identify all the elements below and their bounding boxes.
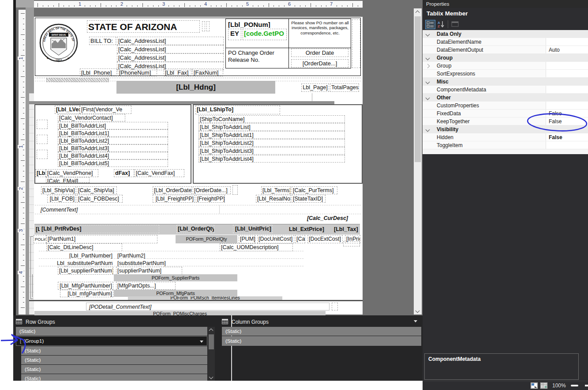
sort-alphabetical-icon[interactable]: AZ <box>436 20 446 29</box>
field-shipvia[interactable]: [Calc_ShipVia] <box>77 186 117 194</box>
field-partnum1[interactable]: [PartNum1] <box>46 235 157 243</box>
field-vendor-label[interactable]: [Lbl_LVend <box>55 106 80 114</box>
row-group-group1[interactable]: [(Group1) <box>16 336 207 346</box>
field-dtlinedesc[interactable]: [Calc_DtLineDesc] <box>46 243 122 251</box>
field-shipto-addr[interactable]: [Lbl_ShipToAddrList] <box>198 123 345 131</box>
field-empty-box-1[interactable] <box>37 120 48 129</box>
zoom-level[interactable]: 100% <box>552 382 566 389</box>
field-statetaxid[interactable]: [StateTaxID] <box>292 195 326 203</box>
field-sliver-2[interactable] <box>206 21 210 31</box>
field-freightpp-label[interactable]: [Lbl_FreightPP] <box>153 195 195 203</box>
field-vendor-contact[interactable]: [Calc_VendorContact] <box>58 114 125 121</box>
field-vend-fax[interactable]: [Calc_VendFax] <box>135 169 184 177</box>
field-orderdate-label[interactable]: [Lbl_OrderDate] <box>153 186 192 194</box>
field-shipto-conname[interactable]: [ShipToConName] <box>198 115 345 123</box>
hatched-handle[interactable] <box>46 78 109 82</box>
field-freightpp[interactable]: [FreightPP] <box>196 195 225 203</box>
field-supplier-label[interactable]: [Lbl_supplierPartNum] <box>58 267 113 275</box>
column-groups-dropdown-icon[interactable] <box>414 320 417 322</box>
field-billto-addr5[interactable]: [Lbl_BillToAddrList5] <box>58 159 168 167</box>
colhdr-unitpric[interactable]: [Lbl_UnitPric] <box>233 225 273 233</box>
field-po-key[interactable]: EY <box>228 29 241 40</box>
field-terms-label[interactable]: [Lbl_Terms] <box>261 186 291 194</box>
column-group-static-2[interactable]: (Static) <box>222 336 421 346</box>
field-docunitcost[interactable]: [DocUnitCost] <box>257 235 294 243</box>
field-resalno-label[interactable]: [Lbl_ResalNo] <box>256 195 291 203</box>
field-billto-addr2[interactable]: [Lbl_BillToAddrList2] <box>58 137 168 144</box>
band-porelqty[interactable]: POForm_PORelQty <box>176 235 237 243</box>
field-address-list-1[interactable]: [Calc_AddressList] <box>117 37 224 45</box>
properties-panel-title[interactable]: Properties <box>423 0 588 8</box>
arizona-state-seal[interactable]: GREAT SEAL OF THE STATE OF ARIZONA DITAT… <box>39 19 79 65</box>
field-po-num-label[interactable]: [Lbl_PONum] <box>227 20 276 28</box>
field-mfgpartopts[interactable]: [MfgPartOpts...] <box>116 282 176 290</box>
field-purterms[interactable]: [Calc_PurTerms] <box>292 186 337 194</box>
field-po-note[interactable]: Please show PO number on all invoices, m… <box>290 19 350 47</box>
field-state-of-arizona-title[interactable]: STATE OF ARIZONA <box>87 20 200 33</box>
field-order-date[interactable]: [OrderDate...] <box>291 59 348 68</box>
column-group-static-1[interactable]: (Static) <box>222 327 421 336</box>
field-small-box[interactable] <box>232 185 238 195</box>
field-sliver-1[interactable] <box>202 21 205 31</box>
field-empty-box-3[interactable] <box>37 150 48 159</box>
field-mfgpartnum-label[interactable]: [Lbl_mfgPartNum] <box>60 290 113 297</box>
field-vend-phone[interactable]: [Calc_VendPhone] <box>46 169 98 177</box>
scrollbar-thumb[interactable] <box>415 16 421 162</box>
field-heading-band[interactable]: [Lbl_Hdng] <box>116 81 275 94</box>
row-groups-scrollbar[interactable] <box>208 327 215 381</box>
colhdr-prtrvdes[interactable]: [Lbl_PrtRvDes] <box>40 225 159 233</box>
property-row-customproperties[interactable]: CustomProperties <box>423 102 588 110</box>
field-small-box-2[interactable] <box>332 303 338 310</box>
field-mfgpartnumber-label[interactable]: [Lbl_MfgPartNumber] <box>58 282 113 290</box>
field-phone-label[interactable]: [Lbl_Phone] <box>80 68 117 76</box>
field-po-change-order[interactable]: PO Change Order Release No. <box>227 49 285 64</box>
field-fax-num[interactable]: [FaxNum] <box>192 68 223 76</box>
property-row-componentmetadata[interactable]: ComponentMetadata <box>423 86 588 94</box>
field-shipto-label[interactable]: [Lbl_LShipTo] <box>195 106 280 114</box>
zoom-out-button[interactable] <box>571 385 578 386</box>
row-group-static-5[interactable]: (Static) <box>21 374 207 381</box>
scroll-down-icon[interactable] <box>416 309 420 313</box>
field-shipto-addr1[interactable]: [Lbl_ShipToAddrList1] <box>198 131 345 139</box>
property-row-dataelementoutput[interactable]: DataElementOutputAuto <box>423 46 588 54</box>
field-poline[interactable]: POLine <box>34 235 46 243</box>
band-mfgparts[interactable]: POForm_MfgParts <box>114 290 237 297</box>
field-billto-addr3[interactable]: [Lbl_BillToAddrList3] <box>58 144 168 152</box>
property-pages-icon[interactable] <box>450 20 461 29</box>
field-total-pages[interactable]: TotalPages] <box>330 83 359 92</box>
canvas-vertical-scrollbar[interactable] <box>414 8 422 314</box>
property-row-fixeddata[interactable]: FixedDataFalse <box>423 110 588 117</box>
field-docextcost[interactable]: [DocExtCost] <box>307 235 343 243</box>
property-row-group[interactable]: Group <box>423 62 588 70</box>
property-row-dataelementname[interactable]: DataElementName <box>423 38 588 46</box>
scroll-up-icon[interactable] <box>209 329 213 333</box>
row-group-static-4[interactable]: (Static) <box>21 365 207 374</box>
field-vend-email[interactable]: [Calc_EMail] <box>46 177 90 183</box>
field-bill-to-label[interactable]: BILL TO: <box>89 37 116 45</box>
property-row-keeptogether[interactable]: KeepTogetherFalse <box>423 117 588 125</box>
field-billto-addr4[interactable]: [Lbl_BillToAddrList4] <box>58 152 168 159</box>
field-po-code-expression[interactable]: [code.GetPO <box>243 29 287 40</box>
field-billto-addr1[interactable]: [Lbl_BillToAddrList1] <box>58 129 168 137</box>
row-group-static-1[interactable]: (Static) <box>16 327 207 336</box>
field-shipvia-label[interactable]: [Lbl_ShipVia] <box>41 186 76 194</box>
section-divider-bar[interactable] <box>29 101 334 104</box>
row-group-static-2[interactable]: (Static) <box>21 346 207 355</box>
field-comment-text[interactable]: [CommentText] <box>39 206 127 214</box>
property-category-data-only[interactable]: Data Only <box>423 30 588 38</box>
band-supplierparts[interactable]: POForm_SupplierParts <box>114 274 237 281</box>
field-page-label[interactable]: Lbl_Page] <box>301 83 329 92</box>
field-address-list-2[interactable]: [Calc_AddressList] <box>117 45 224 53</box>
zoom-slider[interactable] <box>585 385 588 386</box>
field-podetail-comment[interactable]: [PODetail_CommentText] <box>88 303 220 311</box>
property-category-visibility[interactable]: Visibility <box>423 125 588 133</box>
colhdr-tax[interactable]: [Lbl_Tax] <box>333 225 359 234</box>
property-category-other[interactable]: Other <box>423 94 588 102</box>
field-phone-num[interactable]: [PhoneNum] <box>118 68 157 76</box>
scroll-up-icon[interactable] <box>416 11 420 15</box>
band-clipped-itemreslines[interactable]: POForm_POMSch_ItemResLines <box>128 296 282 300</box>
field-supplier-partnum[interactable]: [supplierPartNum] <box>116 267 182 275</box>
property-category-group[interactable]: Group <box>423 54 588 62</box>
field-address-list-3[interactable]: [Calc_AddressList] <box>117 53 224 62</box>
field-fobdesc[interactable]: [Calc_FOBDesc] <box>77 195 123 203</box>
